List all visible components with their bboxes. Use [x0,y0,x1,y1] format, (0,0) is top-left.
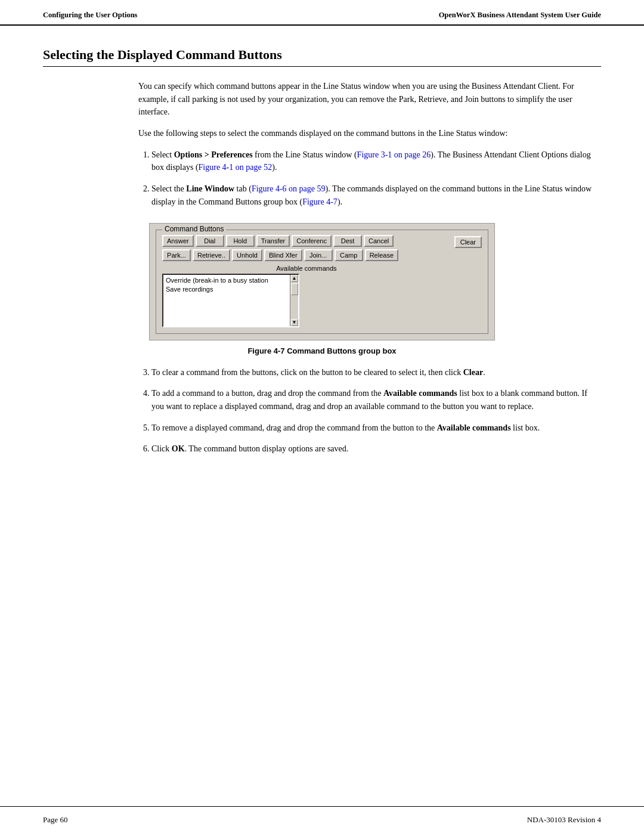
step3-text-end: . [483,368,485,377]
step1-link2[interactable]: Figure 4-1 on page 52 [199,163,273,172]
cmd-btn-row-1: Answer Dial Hold Transfer Conferenc Dest… [162,235,451,247]
retrieve-button[interactable]: Retrieve.. [193,249,230,261]
camp-button[interactable]: Camp [335,249,363,261]
step1-link1[interactable]: Figure 3-1 on page 26 [357,150,431,159]
scroll-up-arrow[interactable]: ▲ [291,275,298,282]
release-button[interactable]: Release [365,249,398,261]
dest-button[interactable]: Dest [333,235,362,247]
header-left: Configuring the User Options [43,11,137,20]
step4-text-before: To add a command to a button, drag and d… [151,389,383,398]
step2-link2[interactable]: Figure 4-7 [302,197,338,206]
available-section: Available commands Override (break-in to… [162,265,451,327]
transfer-button[interactable]: Transfer [256,235,290,247]
footer-right: NDA-30103 Revision 4 [527,815,601,825]
step2-text-middle: tab ( [234,184,252,193]
list-item-6: Click OK. The command button display opt… [151,442,601,456]
step3-text-before: To clear a command from the buttons, cli… [151,368,463,377]
answer-button[interactable]: Answer [162,235,194,247]
dialog-groupbox: Command Buttons Answer Dial Hold Transfe… [156,230,488,334]
step5-text-end: list box. [511,423,540,432]
list-item-5: To remove a displayed command, drag and … [151,422,601,435]
step2-text-end: ). [338,197,342,206]
available-listbox[interactable]: Override (break-in to a busy station Sav… [162,274,299,327]
step6-bold: OK [172,444,185,453]
buttons-section: Answer Dial Hold Transfer Conferenc Dest… [162,235,451,327]
step4-bold1: Available commands [383,389,457,398]
step1-text-end: ). [272,163,277,172]
list-item-2: Select the Line Window tab (Figure 4-6 o… [151,182,601,208]
step1-text-before: Select [151,150,174,159]
step2-bold: Line Window [186,184,234,193]
step5-text-before: To remove a displayed command, drag and … [151,423,437,432]
join-button[interactable]: Join... [304,249,333,261]
list-item-1: Select Options > Preferences from the Li… [151,148,601,174]
conference-button[interactable]: Conferenc [292,235,332,247]
step5-bold: Available commands [437,423,511,432]
scroll-down-arrow[interactable]: ▼ [291,319,298,326]
body-paragraph-1: You can specify which command buttons ap… [138,80,601,119]
figure-caption: Figure 4-7 Command Buttons group box [149,346,495,355]
steps-list-continued: To clear a command from the buttons, cli… [138,366,601,456]
page-header: Configuring the User Options OpenWorX Bu… [0,0,644,26]
figure-container: Command Buttons Answer Dial Hold Transfe… [149,223,495,355]
hold-button[interactable]: Hold [226,235,255,247]
step2-text-before: Select the [151,184,186,193]
scroll-thumb[interactable] [291,283,298,295]
steps-list: Select Options > Preferences from the Li… [138,148,601,209]
groupbox-legend: Command Buttons [162,225,226,233]
body-paragraph-2: Use the following steps to select the co… [138,127,601,140]
page-footer: Page 60 NDA-30103 Revision 4 [0,806,644,833]
step1-text-middle: from the Line Status window ( [253,150,357,159]
blindxfer-button[interactable]: Blind Xfer [264,249,302,261]
footer-left: Page 60 [43,815,68,825]
unhold-button[interactable]: Unhold [232,249,262,261]
step1-bold: Options > Preferences [174,150,253,159]
scrollbar-vertical[interactable]: ▲ ▼ [290,275,298,326]
clear-button[interactable]: Clear [454,236,482,248]
listbox-item-1: Override (break-in to a busy station [166,276,296,285]
list-item-3: To clear a command from the buttons, cli… [151,366,601,379]
section-title: Selecting the Displayed Command Buttons [43,47,601,67]
dial-button[interactable]: Dial [196,235,224,247]
step2-link1[interactable]: Figure 4-6 on page 59 [252,184,326,193]
cancel-button[interactable]: Cancel [364,235,394,247]
main-content: Selecting the Displayed Command Buttons … [0,26,644,502]
listbox-item-2: Save recordings [166,285,296,294]
list-item-4: To add a command to a button, drag and d… [151,387,601,413]
available-label: Available commands [162,265,451,272]
step3-bold: Clear [463,368,483,377]
dialog-box: Command Buttons Answer Dial Hold Transfe… [149,223,495,340]
step6-text-before: Click [151,444,172,453]
dialog-inner: Answer Dial Hold Transfer Conferenc Dest… [162,235,482,327]
park-button[interactable]: Park... [162,249,191,261]
step6-text-end: . The command button display options are… [185,444,349,453]
cmd-btn-row-2: Park... Retrieve.. Unhold Blind Xfer Joi… [162,249,451,261]
header-right: OpenWorX Business Attendant System User … [439,11,601,20]
